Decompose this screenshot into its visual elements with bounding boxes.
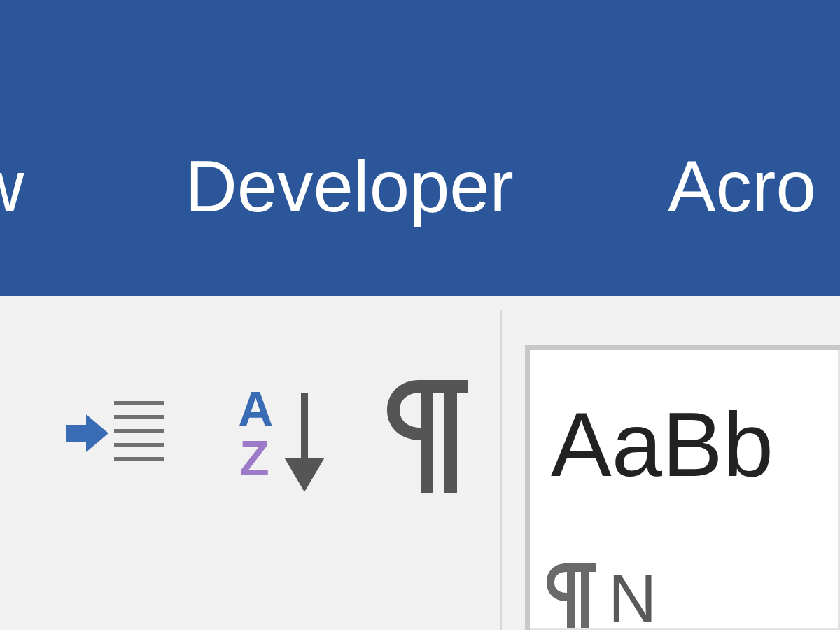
increase-indent-button[interactable]: [66, 398, 164, 475]
ribbon-tab-partial-right[interactable]: Acro: [668, 150, 816, 223]
svg-text:Z: Z: [239, 431, 270, 486]
pilcrow-icon: [387, 484, 468, 496]
style-caption-text: N: [608, 560, 657, 630]
ribbon-tab-developer[interactable]: Developer: [185, 150, 514, 223]
sort-button[interactable]: A Z: [238, 386, 336, 491]
svg-marker-1: [86, 414, 108, 452]
show-hide-formatting-button[interactable]: [387, 380, 468, 493]
increase-indent-icon: [66, 465, 164, 477]
style-gallery-item[interactable]: AaBb N: [525, 345, 840, 630]
ribbon-tab-partial-left[interactable]: w: [0, 150, 24, 223]
svg-marker-10: [290, 461, 318, 485]
style-sample-text: AaBb: [551, 392, 774, 497]
pilcrow-small-icon: [547, 564, 596, 630]
ribbon-group-separator: [500, 310, 502, 630]
style-caption: N: [547, 560, 657, 630]
sort-az-icon: A Z: [238, 481, 336, 493]
svg-text:A: A: [238, 386, 274, 437]
ribbon-command-area: A Z AaBb: [0, 296, 840, 630]
svg-rect-0: [66, 425, 86, 442]
ribbon-tab-bar: w Developer Acro: [0, 0, 840, 296]
